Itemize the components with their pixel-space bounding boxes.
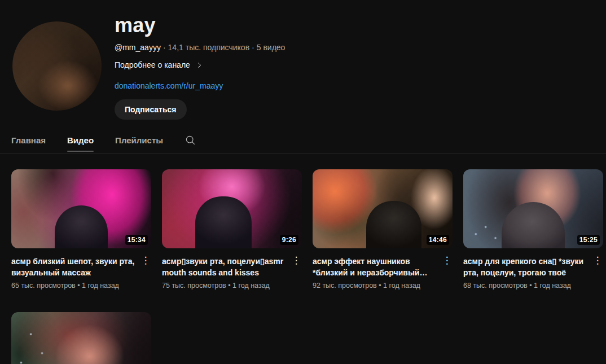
video-thumbnail[interactable]: 15:25: [463, 169, 603, 248]
kebab-menu-icon[interactable]: ⋮: [291, 256, 302, 278]
kebab-menu-icon[interactable]: ⋮: [441, 256, 453, 278]
microphone-in-thumbnail: [502, 202, 565, 248]
separator-dot: ·: [252, 43, 254, 52]
kebab-menu-icon[interactable]: ⋮: [140, 256, 151, 278]
video-card: 15:34 асмр близкий шепот, звуки рта, виз…: [11, 169, 151, 290]
channel-search-button[interactable]: [185, 134, 196, 146]
chevron-right-icon: [196, 62, 203, 69]
video-thumbnail[interactable]: 14:46: [313, 169, 453, 248]
video-thumbnail[interactable]: [11, 312, 151, 364]
video-title[interactable]: асмр близкий шепот, звуки рта, визуальны…: [11, 256, 140, 278]
more-about-label: Подробнее о канале: [115, 60, 190, 69]
channel-name: may: [115, 14, 156, 37]
duration-badge: 15:25: [577, 235, 600, 245]
kebab-menu-icon[interactable]: ⋮: [592, 256, 603, 278]
duration-badge: 9:26: [280, 235, 298, 245]
channel-avatar[interactable]: [12, 21, 102, 111]
video-grid-row-2: [11, 312, 151, 364]
video-card: 15:25 асмр для крепкого сна▯ *звуки рта,…: [463, 169, 603, 290]
tab-playlists[interactable]: Плейлисты: [115, 127, 163, 153]
video-meta: 68 тыс. просмотров • 1 год назад: [463, 282, 603, 290]
channel-page: may @mm_aayyy·14,1 тыс. подписчиков·5 ви…: [0, 0, 606, 364]
microphone-in-thumbnail: [195, 196, 252, 248]
video-count: 5 видео: [257, 43, 286, 52]
duration-badge: 15:34: [125, 235, 148, 245]
subscriber-count: 14,1 тыс. подписчиков: [168, 43, 249, 52]
channel-tabs: Главная Видео Плейлисты: [0, 127, 606, 154]
microphone-in-thumbnail: [55, 205, 108, 248]
video-meta: 92 тыс. просмотров • 1 год назад: [313, 282, 453, 290]
channel-handle: @mm_aayyy: [115, 43, 161, 52]
video-meta: 75 тыс. просмотров • 1 год назад: [162, 282, 302, 290]
duration-badge: 14:46: [427, 235, 449, 245]
video-card: 9:26 асмр▯звуки рта, поцелуи▯asmr mouth …: [162, 169, 302, 290]
tab-videos[interactable]: Видео: [67, 127, 94, 153]
subscribe-button[interactable]: Подписаться: [115, 99, 187, 120]
tab-home[interactable]: Главная: [11, 127, 46, 153]
video-card: 14:46 асмр эффект наушников *близкий и н…: [313, 169, 453, 290]
video-card: [11, 312, 151, 364]
video-thumbnail[interactable]: 9:26: [162, 169, 302, 248]
microphone-in-thumbnail: [366, 201, 421, 248]
video-thumbnail[interactable]: 15:34: [11, 169, 151, 248]
donation-link[interactable]: donationalerts.com/r/ur_maayy: [115, 81, 223, 90]
video-title[interactable]: асмр эффект наушников *близкий и неразбо…: [313, 256, 441, 278]
channel-meta-row: @mm_aayyy·14,1 тыс. подписчиков·5 видео: [115, 43, 285, 52]
video-title[interactable]: асмр для крепкого сна▯ *звуки рта, поцел…: [463, 256, 592, 278]
video-meta: 65 тыс. просмотров • 1 год назад: [11, 282, 151, 290]
search-icon: [185, 134, 196, 146]
video-grid: 15:34 асмр близкий шепот, звуки рта, виз…: [11, 169, 603, 290]
more-about-channel-link[interactable]: Подробнее о канале: [115, 60, 203, 69]
video-title[interactable]: асмр▯звуки рта, поцелуи▯asmr mouth sound…: [162, 256, 291, 278]
separator-dot: ·: [163, 43, 166, 52]
